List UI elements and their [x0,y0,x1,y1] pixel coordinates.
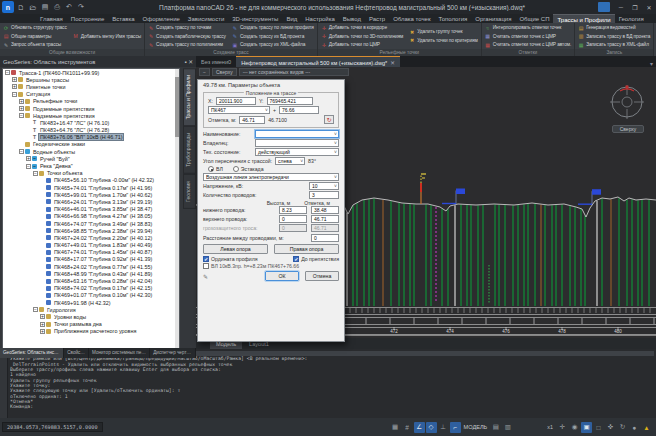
tree-item[interactable]: +Уровни воды [3,313,179,320]
ribbon-tab-Настройка[interactable]: Настройка [301,14,339,23]
saved-views-combo[interactable]: --- нет сохранённых видов --- [239,68,349,76]
palette-vertical-tab-Трассы и Профили[interactable]: Трассы и Профили [183,68,196,126]
ribbon-button[interactable]: ✎Запрос объекта трассы [0,40,70,49]
ribbon-tab-Главная[interactable]: Главная [36,14,67,23]
pin-icon[interactable]: ▪ [184,59,186,65]
ribbon-tab-Растр[interactable]: Растр [365,14,389,23]
tree-expander[interactable]: + [26,156,31,161]
palette-header[interactable]: GeoSeries: Область инструментов ▪ ✕ [0,56,196,67]
notification-icon[interactable]: ● [629,422,640,433]
pick-elevation-button[interactable]: ↻ [324,115,334,124]
annotation-scale[interactable]: х1 [547,424,553,430]
minimize-button[interactable]: ─ [614,1,628,13]
tree-item[interactable]: −Гидрология [3,306,179,313]
view-direction-button[interactable]: Сверху [212,68,237,76]
palette-vertical-tab-Геология[interactable]: Геология [183,174,196,209]
tree-item[interactable]: ПК466+66.98 "Глубина 4.27м" (Н 38.05) [3,213,179,220]
print-icon[interactable]: ⎙ [52,2,62,12]
right-support-button[interactable]: Правая опора [274,244,339,254]
tree-item[interactable]: ТПК483+76.06 "ВЛ" 10кВ (Н 46.71) [3,134,179,141]
tree-expander[interactable]: + [40,322,45,327]
tree-item[interactable]: ПК469+01.07 "Глубина 0.10м" (Н 42.30) [3,292,179,299]
ribbon-button[interactable]: ▦Считать отметки точек с ЦМР [482,32,574,41]
tree-item[interactable]: −Водные объекты [3,148,179,155]
tree-item[interactable]: ПК466+98.85 "Глубина 2.38м" (Н 39.94) [3,227,179,234]
object-type-combo[interactable]: Воздушная линия электропередачи˅ [203,173,339,181]
owner-combo[interactable]: ˅ [255,139,339,147]
tree-item[interactable]: +Точки размыва дна [3,321,179,328]
regen-icon[interactable]: ↻ [617,422,628,433]
tree-expander[interactable]: + [12,77,17,82]
help-icon[interactable] [598,2,610,12]
ribbon-button[interactable]: ✛Добавить точки в коридоре [318,23,406,32]
ribbon-button[interactable]: ✛Добавить точки по 3D-полилиниям [318,32,406,41]
layout-icon[interactable]: ▥ [502,422,513,433]
redo-icon[interactable]: ↷ [76,2,86,12]
tree-item[interactable]: −~Река "Девна" [3,162,179,169]
tree-expander[interactable]: + [19,99,24,104]
command-line[interactable]: Z,ZOOM,ПО,ПОКАЗАТЬ - ЗумированиеУкажите … [0,349,656,418]
tree-item[interactable]: +Подземные препятствия [3,105,179,112]
ribbon-tab-Вид[interactable]: Вид [282,14,301,23]
tree-expander[interactable]: + [19,106,24,111]
ribbon-button[interactable]: ✎Создать трассу из БД проекта [229,32,317,41]
ribbon-button[interactable]: ▤Генерация ведомостей [575,23,653,32]
snap-icon[interactable]: # [402,422,413,433]
tree-item[interactable]: ПК468+17.07 "Глубина 0.92м" (Н 41.39) [3,256,179,263]
compass-view-label[interactable]: Сверху [612,125,644,133]
ribbon-button[interactable]: ≈Интерполировать отметки точек [482,23,574,32]
tree-item[interactable]: +Рельефные точки [3,98,179,105]
navigation-compass[interactable] [608,83,646,121]
palette-bottom-tab[interactable]: Свойства [64,348,89,358]
grid-icon[interactable]: ▦ [390,422,401,433]
tree-item[interactable]: +Вершины трассы [3,76,179,83]
new-file-icon[interactable]: 🗋 [16,2,26,12]
palette-bottom-tab[interactable]: Диспетчер чертежей [150,348,196,358]
offset-input[interactable]: 76.66 [279,106,319,114]
tree-item[interactable]: ПК465+56.10 "Глубина -0.00м" (Н 42.32) [3,177,179,184]
ribbon-tab-3D-инструменты[interactable]: 3D-инструменты [228,14,282,23]
tree-expander[interactable]: − [12,92,17,97]
left-support-button[interactable]: Левая опора [203,244,268,254]
ribbon-button[interactable]: ✖Удалить группу точек [406,28,480,37]
frame-icon[interactable]: □ [593,422,604,433]
tree-expander[interactable]: − [33,307,38,312]
save-icon[interactable]: ▤ [40,2,50,12]
ribbon-button[interactable]: ▣Создать трассу из XML-файла [229,40,317,49]
ribbon-button[interactable]: ▦Считать отметки точек с ЦМР автом. [482,40,574,49]
palette-bottom-tab[interactable]: Монитор системных перем... [89,348,150,358]
ortho-icon[interactable]: ⊥ [438,422,449,433]
tree-expander[interactable]: − [33,171,38,176]
ribbon-tab-Вставка[interactable]: Вставка [108,14,138,23]
osnap-icon[interactable]: ◇ [426,422,437,433]
document-tab[interactable]: Нефтепровод магистральный 500 км (+изыск… [236,56,400,67]
ribbon-button[interactable]: ✛Добавить точки по ЦМР [318,40,406,49]
monitor-icon[interactable]: ▣ [581,422,592,433]
tree-item[interactable]: +~Ручей "Буй" [3,155,179,162]
tree-item[interactable]: ПК468+63.16 "Глубина 0.28м" (Н 42.04) [3,277,179,284]
radio-vl[interactable]: ВЛ [208,166,223,172]
ribbon-button[interactable]: ▤Общие параметры [0,32,70,41]
upper-wire-mark-input[interactable]: 46.71 [311,215,339,223]
ribbon-tab-Оформление[interactable]: Оформление [139,14,184,23]
tree-expander[interactable]: − [19,149,24,154]
tree-item[interactable]: ПК468+24.02 "Глубина 0.77м" (Н 41.55) [3,263,179,270]
ribbon-button[interactable]: ✖Удалить точки по критериям [406,36,480,45]
x-input[interactable]: 20011.900 [216,97,256,105]
tree-item[interactable]: −Трасса-1 (ПК460-ПК1011+99.99) [3,69,179,76]
ribbon-button[interactable]: ✎Создать трассу по точкам [145,23,229,32]
ribbon-button[interactable]: ▥Записать трассу в БД проекта [575,32,653,41]
tab-close-icon[interactable]: ✕ [390,60,395,66]
name-combo[interactable]: ˅ [255,130,339,138]
tree-item[interactable]: ПК466+46.01 "Глубина 3.85м" (Н 38.47) [3,206,179,213]
angle-side-combo[interactable]: слева˅ [275,157,305,165]
tree-item[interactable]: ПК467+49.01 "Глубина 1.83м" (Н 40.49) [3,242,179,249]
ordinate-checkbox[interactable]: ✔ Ордината профиля [203,256,293,262]
upper-wire-height-input[interactable]: 0 [279,215,307,223]
document-tab[interactable]: Без имени0 [196,56,236,67]
warning-icon[interactable]: ▲ [641,422,652,433]
undo-icon[interactable]: ↶ [64,2,74,12]
palette-vertical-tab-Трубопроводы[interactable]: Трубопроводы [183,126,196,174]
ribbon-button[interactable]: ✎Создать трассу по линии профиля [229,23,317,32]
tree-item[interactable]: +Приближения расчетного уровня [3,328,179,335]
